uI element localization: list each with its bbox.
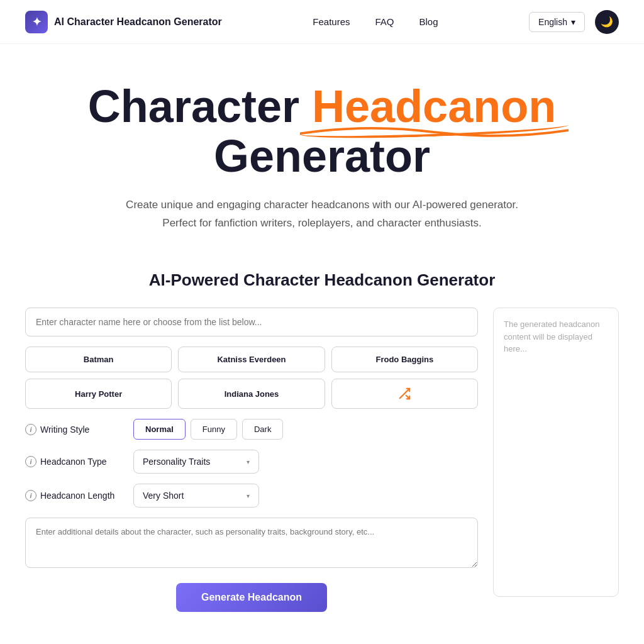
headcanon-type-info-icon[interactable]: i (25, 456, 36, 467)
navbar: ✦ AI Character Headcanon Generator Featu… (0, 0, 644, 44)
brand: ✦ AI Character Headcanon Generator (25, 11, 222, 33)
language-label: English (538, 17, 567, 27)
headcanon-type-label-group: i Headcanon Type (25, 456, 126, 467)
brand-name: AI Character Headcanon Generator (54, 16, 222, 28)
headcanon-type-label: Headcanon Type (40, 457, 107, 467)
nav-features[interactable]: Features (313, 16, 350, 27)
generator-layout: Batman Katniss Everdeen Frodo Baggins Ha… (25, 308, 619, 612)
hero-title-part2: Generator (214, 131, 430, 181)
writing-style-info-icon[interactable]: i (25, 424, 36, 435)
headcanon-type-dropdown[interactable]: Personality Traits ▾ (133, 450, 259, 474)
headcanon-length-dropdown[interactable]: Very Short ▾ (133, 484, 259, 508)
generator-title: AI-Powered Character Headcanon Generator (25, 270, 619, 290)
headcanon-length-label: Headcanon Length (40, 491, 114, 501)
output-placeholder-text: The generated headcanon content will be … (504, 318, 608, 355)
preset-indiana[interactable]: Indiana Jones (178, 379, 325, 409)
chevron-down-icon: ▾ (247, 458, 250, 465)
writing-style-label: Writing Style (40, 425, 89, 435)
headcanon-length-row: i Headcanon Length Very Short ▾ (25, 484, 478, 508)
shuffle-button[interactable] (331, 379, 478, 409)
shuffle-icon (397, 387, 411, 401)
moon-icon: 🌙 (601, 16, 613, 28)
generator-section: AI-Powered Character Headcanon Generator… (0, 258, 644, 637)
generator-right-panel: The generated headcanon content will be … (493, 308, 619, 597)
headcanon-length-label-group: i Headcanon Length (25, 490, 126, 501)
preset-harry[interactable]: Harry Potter (25, 379, 172, 409)
headcanon-length-value: Very Short (143, 491, 184, 501)
style-funny[interactable]: Funny (191, 419, 237, 440)
chevron-down-icon: ▾ (247, 492, 250, 499)
style-normal[interactable]: Normal (133, 419, 186, 440)
chevron-down-icon: ▾ (571, 17, 575, 27)
character-input[interactable] (25, 308, 478, 336)
headcanon-type-value: Personality Traits (143, 457, 210, 467)
additional-details-textarea[interactable] (25, 518, 478, 568)
writing-style-buttons: Normal Funny Dark (133, 419, 283, 440)
preset-katniss[interactable]: Katniss Everdeen (178, 347, 325, 372)
preset-batman[interactable]: Batman (25, 347, 172, 372)
generator-left-panel: Batman Katniss Everdeen Frodo Baggins Ha… (25, 308, 478, 612)
nav-blog[interactable]: Blog (419, 16, 438, 27)
headcanon-length-info-icon[interactable]: i (25, 490, 36, 501)
writing-style-label-group: i Writing Style (25, 424, 126, 435)
generate-button[interactable]: Generate Headcanon (176, 583, 327, 612)
hero-title-part1: Character (88, 81, 312, 131)
brand-logo-icon: ✦ (25, 11, 48, 33)
preset-characters-grid: Batman Katniss Everdeen Frodo Baggins Ha… (25, 347, 478, 409)
headcanon-type-row: i Headcanon Type Personality Traits ▾ (25, 450, 478, 474)
nav-faq[interactable]: FAQ (375, 16, 394, 27)
hero-title: Character Headcanon Generator (25, 82, 619, 181)
hero-subtitle: Create unique and engaging character hea… (121, 196, 523, 233)
navbar-right: English ▾ 🌙 (529, 10, 619, 34)
nav-links: Features FAQ Blog (313, 16, 438, 27)
hero-section: Character Headcanon Generator Create uni… (0, 44, 644, 258)
preset-frodo[interactable]: Frodo Baggins (331, 347, 478, 372)
generate-button-wrapper: Generate Headcanon (25, 583, 478, 612)
hero-title-orange: Headcanon (312, 82, 556, 131)
dark-mode-toggle[interactable]: 🌙 (595, 10, 619, 34)
language-selector[interactable]: English ▾ (529, 12, 585, 32)
style-dark[interactable]: Dark (242, 419, 283, 440)
writing-style-row: i Writing Style Normal Funny Dark (25, 419, 478, 440)
